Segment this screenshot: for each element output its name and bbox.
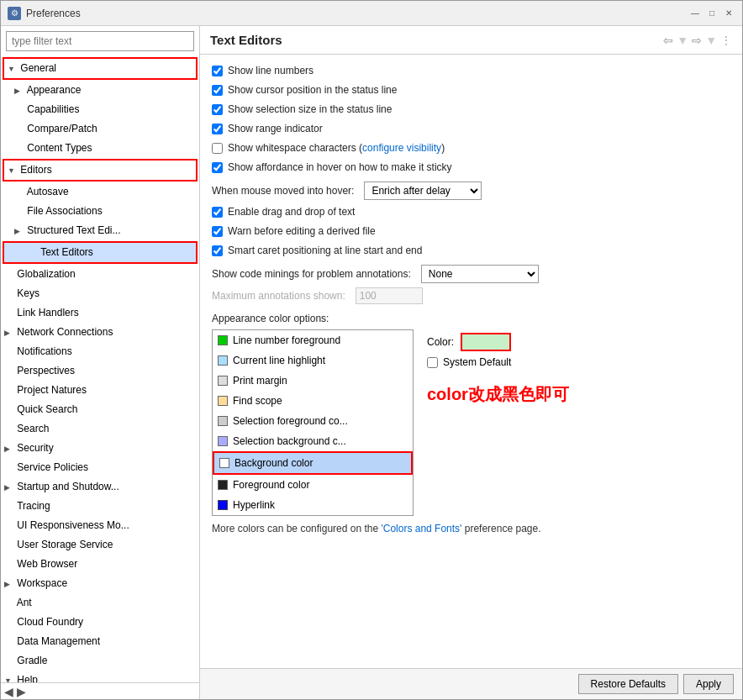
color-swatch [219,458,229,468]
color-label: Color: [427,336,454,348]
checkbox-show-affordance[interactable] [212,162,223,173]
tree-item-perspectives[interactable]: Perspectives [1,361,199,381]
color-picker-button[interactable] [461,333,511,351]
color-item-line-number-fg[interactable]: Line number foreground [213,330,413,350]
window-controls: — □ ✕ [688,7,735,20]
checkbox-smart-caret[interactable] [212,245,223,256]
color-item-find-scope[interactable]: Find scope [213,391,413,411]
tree-item-workspace[interactable]: ▶ Workspace [1,574,199,593]
tree-item-autosave[interactable]: Autosave [1,182,199,202]
checkbox-show-range-indicator[interactable] [212,124,223,134]
tree-item-appearance[interactable]: ▶ Appearance [1,81,199,100]
spacer [4,518,14,534]
color-item-selection-bg[interactable]: Selection background c... [213,431,413,451]
close-button[interactable]: ✕ [722,7,735,20]
configure-visibility-link[interactable]: configure visibility [362,142,441,154]
apply-button[interactable]: Apply [683,674,734,694]
nav-separator2: ▼ [705,34,717,47]
page-title: Text Editors [210,33,282,47]
color-swatch [218,355,228,366]
code-minings-select[interactable]: None Errors Errors, Warnings [421,265,539,283]
tree-item-quick-search[interactable]: Quick Search [1,400,199,419]
tree-item-startup-shutdown[interactable]: ▶ Startup and Shutdow... [1,477,199,497]
color-box-row: Color: [427,333,569,351]
color-item-foreground[interactable]: Foreground color [213,475,413,495]
minimize-button[interactable]: — [688,7,702,20]
tree-item-editors[interactable]: ▼ Editors [3,159,198,182]
mouse-hover-section: When mouse moved into hover: Enrich afte… [212,182,730,200]
mouse-hover-select[interactable]: Enrich after delay Enrich immediately Ne… [364,182,482,200]
restore-defaults-button[interactable]: Restore Defaults [578,674,678,694]
color-item-print-margin[interactable]: Print margin [213,371,413,391]
tree-item-user-storage[interactable]: User Storage Service [1,535,199,555]
checkbox-show-line-numbers[interactable] [212,66,223,76]
system-default-checkbox[interactable] [427,357,438,368]
appearance-label: Appearance color options: [212,313,730,324]
tree-item-structured-text[interactable]: ▶ Structured Text Edi... [1,221,199,240]
expand-icon: ▼ [8,61,18,76]
menu-icon[interactable]: ⋮ [720,34,732,47]
spacer [14,204,24,219]
tree-item-general[interactable]: ▼ General [3,57,198,80]
checkbox-drag-drop[interactable] [212,207,223,218]
color-item-current-line[interactable]: Current line highlight [213,350,413,371]
left-panel: ▼ General ▶ Appearance Capabilities Comp… [1,26,200,699]
label-show-affordance: Show affordance in hover on how to make … [228,160,452,175]
tree-container: ▼ General ▶ Appearance Capabilities Comp… [1,56,199,682]
tree-item-capabilities[interactable]: Capabilities [1,100,199,119]
spacer [14,103,24,118]
tree-item-tracing[interactable]: Tracing [1,497,199,516]
spacer [4,345,14,360]
tree-item-data-management[interactable]: Data Management [1,632,199,651]
back-icon: ⇦ [663,34,673,47]
spacer [4,403,14,418]
color-item-hyperlink[interactable]: Hyperlink [213,495,413,515]
tree-item-network-connections[interactable]: ▶ Network Connections [1,323,199,342]
left-panel-bottom: ◀ ▶ [1,682,199,699]
expand-icon: ▼ [8,163,18,178]
tree-item-text-editors[interactable]: Text Editors [3,241,198,264]
option-show-whitespace: Show whitespace characters (configure vi… [212,140,730,155]
tree-item-ui-responsiveness[interactable]: UI Responsiveness Mo... [1,516,199,535]
spacer [28,245,38,261]
tree-item-keys[interactable]: Keys [1,284,199,303]
color-controls-area: Color: System Default color改成黑色即可 [427,329,569,406]
more-colors-text: More colors can be configured on the 'Co… [212,523,730,534]
tree-item-help[interactable]: ▼ Help [1,671,199,682]
tree-item-link-handlers[interactable]: Link Handlers [1,303,199,323]
tree-item-search[interactable]: Search [1,419,199,439]
tree-item-service-policies[interactable]: Service Policies [1,458,199,477]
tree-item-notifications[interactable]: Notifications [1,342,199,361]
left-nav-back[interactable]: ◀ [4,685,13,698]
tree-item-compare-patch[interactable]: Compare/Patch [1,119,199,139]
tree-item-gradle[interactable]: Gradle [1,651,199,671]
expand-icon: ▼ [4,673,14,682]
nav-separator: ▼ [677,34,688,47]
tree-item-project-natures[interactable]: Project Natures [1,381,199,400]
max-annotations-label: Maximum annotations shown: [212,290,345,302]
filter-input[interactable] [6,31,194,51]
checkbox-show-selection-size[interactable] [212,104,223,115]
checkbox-warn-editing[interactable] [212,226,223,237]
tree-item-globalization[interactable]: Globalization [1,265,199,284]
window-icon: ⚙ [8,7,21,20]
maximize-button[interactable]: □ [705,7,719,20]
max-annotations-input[interactable] [356,287,423,304]
color-item-background[interactable]: Background color [213,451,413,475]
tree-item-content-types[interactable]: Content Types [1,139,199,158]
expand-icon: ▶ [4,441,14,456]
checkbox-show-whitespace[interactable] [212,143,223,154]
tree-item-security[interactable]: ▶ Security [1,439,199,458]
tree-item-cloud-foundry[interactable]: Cloud Foundry [1,613,199,632]
right-header: Text Editors ⇦ ▼ ⇨ ▼ ⋮ [200,26,742,55]
colors-fonts-link[interactable]: 'Colors and Fonts' [381,523,461,534]
color-item-selection-fg[interactable]: Selection foreground co... [213,411,413,431]
left-nav-forward[interactable]: ▶ [17,685,26,698]
checkbox-show-cursor-position[interactable] [212,85,223,96]
expand-icon: ▶ [4,576,14,592]
option-show-selection-size: Show selection size in the status line [212,102,730,117]
spacer [4,364,14,379]
tree-item-file-assoc[interactable]: File Associations [1,202,199,221]
tree-item-ant[interactable]: Ant [1,593,199,613]
tree-item-web-browser[interactable]: Web Browser [1,555,199,574]
